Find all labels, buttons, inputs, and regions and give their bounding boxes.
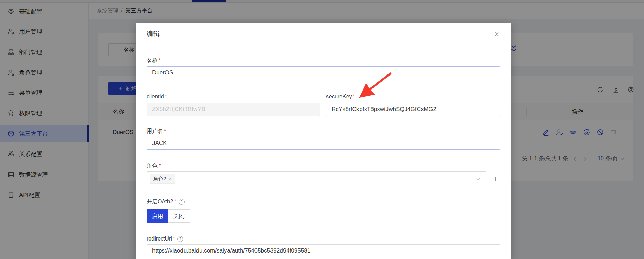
close-icon[interactable]: × (491, 29, 502, 40)
modal-body: 名称* clientId* secureKey* (136, 57, 511, 257)
required-asterisk: * (159, 58, 161, 64)
label-text: clientId (147, 94, 164, 100)
field-oauth2-label: 开启OAth2* ? (147, 198, 500, 205)
field-role: 角色* 角色2 × + (147, 162, 500, 186)
required-asterisk: * (353, 94, 355, 100)
label-text: 角色 (147, 163, 158, 170)
chevron-down-icon (476, 177, 480, 181)
modal-title: 编辑 (147, 29, 160, 38)
role-row: 角色2 × + (147, 171, 500, 186)
field-role-label: 角色* (147, 162, 500, 170)
field-securekey: secureKey* (326, 93, 500, 116)
required-asterisk: * (159, 163, 161, 169)
field-redirecturl-label: redirectUrl* ? (147, 235, 500, 243)
role-select[interactable]: 角色2 × (147, 171, 486, 186)
edit-modal: 编辑 × 名称* clientId* secureKey* (136, 23, 511, 259)
field-username-label: 用户名* (147, 127, 500, 135)
field-clientid: clientId* (147, 93, 320, 116)
field-securekey-label: secureKey* (326, 93, 500, 100)
field-name-label: 名称* (147, 57, 500, 65)
required-asterisk: * (165, 94, 167, 100)
modal-header: 编辑 × (136, 23, 511, 45)
oauth2-disable-button[interactable]: 关闭 (168, 209, 190, 223)
label-text: secureKey (326, 94, 352, 100)
label-text: 用户名 (147, 128, 163, 135)
add-role-icon[interactable]: + (491, 174, 500, 183)
securekey-input[interactable] (326, 103, 500, 116)
label-text: 开启OAth2 (147, 198, 173, 205)
app-root: 基础配置 用户管理 部门管理 角色管理 菜单管理 权限管理 (0, 0, 644, 259)
field-row-client: clientId* secureKey* (147, 93, 500, 116)
label-text: 名称 (147, 57, 158, 65)
field-username: 用户名* (147, 127, 500, 150)
field-oauth2: 开启OAth2* ? 启用 关闭 (147, 198, 500, 223)
help-circle-icon[interactable]: ? (179, 199, 185, 205)
role-tag: 角色2 × (150, 174, 175, 184)
field-redirecturl: redirectUrl* ? (147, 235, 500, 257)
oauth2-toggle: 启用 关闭 (147, 209, 190, 223)
tag-close-icon[interactable]: × (169, 176, 171, 181)
field-name: 名称* (147, 57, 500, 79)
required-asterisk: * (173, 236, 175, 242)
required-asterisk: * (174, 199, 176, 205)
help-circle-icon[interactable]: ? (177, 236, 183, 242)
oauth2-enable-button[interactable]: 启用 (147, 209, 168, 223)
username-input[interactable] (147, 137, 500, 150)
redirecturl-input[interactable] (147, 244, 500, 257)
name-input[interactable] (147, 66, 500, 79)
field-clientid-label: clientId* (147, 93, 320, 100)
role-tag-label: 角色2 (153, 176, 166, 182)
clientid-input (147, 103, 320, 116)
required-asterisk: * (164, 128, 166, 134)
label-text: redirectUrl (147, 236, 172, 242)
